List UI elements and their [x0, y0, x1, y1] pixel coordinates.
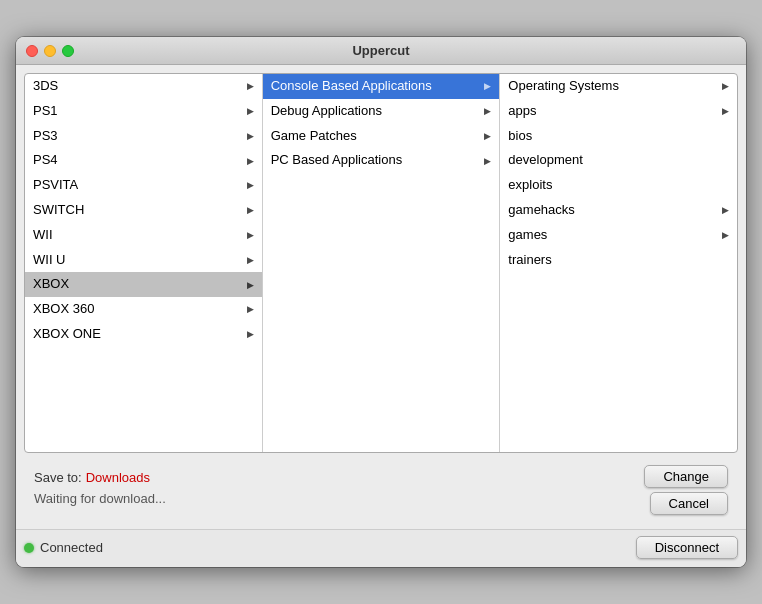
- column-3: Operating Systems▶apps▶biosdevelopmentex…: [500, 74, 737, 452]
- list-item-label: XBOX 360: [33, 299, 94, 320]
- list-item[interactable]: Console Based Applications▶: [263, 74, 500, 99]
- list-item[interactable]: Operating Systems▶: [500, 74, 737, 99]
- chevron-right-icon: ▶: [247, 278, 254, 292]
- list-item-label: exploits: [508, 175, 552, 196]
- save-path-value: Downloads: [86, 470, 166, 485]
- list-item[interactable]: development: [500, 148, 737, 173]
- close-button[interactable]: [26, 45, 38, 57]
- list-item[interactable]: trainers: [500, 248, 737, 273]
- save-row: Save to: Downloads: [34, 470, 166, 485]
- footer-right: Change Cancel: [644, 465, 728, 515]
- maximize-button[interactable]: [62, 45, 74, 57]
- footer-left: Save to: Downloads Waiting for download.…: [34, 470, 166, 510]
- list-item-label: bios: [508, 126, 532, 147]
- list-item-label: trainers: [508, 250, 551, 271]
- cancel-button[interactable]: Cancel: [650, 492, 728, 515]
- status-text: Waiting for download...: [34, 491, 166, 506]
- chevron-right-icon: ▶: [247, 79, 254, 93]
- list-item[interactable]: exploits: [500, 173, 737, 198]
- list-item[interactable]: XBOX ONE▶: [25, 322, 262, 347]
- list-item-label: WII: [33, 225, 53, 246]
- change-button[interactable]: Change: [644, 465, 728, 488]
- list-item[interactable]: Game Patches▶: [263, 124, 500, 149]
- chevron-right-icon: ▶: [484, 79, 491, 93]
- traffic-lights: [26, 45, 74, 57]
- chevron-right-icon: ▶: [247, 104, 254, 118]
- connected-dot: [24, 543, 34, 553]
- connected-label: Connected: [40, 540, 103, 555]
- chevron-right-icon: ▶: [247, 178, 254, 192]
- browser-columns: 3DS▶PS1▶PS3▶PS4▶PSVITA▶SWITCH▶WII▶WII U▶…: [24, 73, 738, 453]
- list-item[interactable]: XBOX 360▶: [25, 297, 262, 322]
- list-item[interactable]: WII U▶: [25, 248, 262, 273]
- chevron-right-icon: ▶: [247, 129, 254, 143]
- list-item[interactable]: gamehacks▶: [500, 198, 737, 223]
- main-window: Uppercut 3DS▶PS1▶PS3▶PS4▶PSVITA▶SWITCH▶W…: [16, 37, 746, 567]
- window-title: Uppercut: [352, 43, 409, 58]
- list-item[interactable]: PSVITA▶: [25, 173, 262, 198]
- list-item[interactable]: XBOX▶: [25, 272, 262, 297]
- chevron-right-icon: ▶: [247, 302, 254, 316]
- list-item-label: development: [508, 150, 582, 171]
- list-item-label: games: [508, 225, 547, 246]
- chevron-right-icon: ▶: [722, 203, 729, 217]
- footer-area: Save to: Downloads Waiting for download.…: [24, 453, 738, 521]
- list-item-label: 3DS: [33, 76, 58, 97]
- list-item-label: SWITCH: [33, 200, 84, 221]
- chevron-right-icon: ▶: [247, 327, 254, 341]
- list-item-label: PC Based Applications: [271, 150, 403, 171]
- browser-content: 3DS▶PS1▶PS3▶PS4▶PSVITA▶SWITCH▶WII▶WII U▶…: [16, 65, 746, 529]
- list-item[interactable]: apps▶: [500, 99, 737, 124]
- chevron-right-icon: ▶: [484, 129, 491, 143]
- chevron-right-icon: ▶: [722, 228, 729, 242]
- list-item[interactable]: SWITCH▶: [25, 198, 262, 223]
- save-to-label: Save to:: [34, 470, 82, 485]
- list-item-label: Console Based Applications: [271, 76, 432, 97]
- list-item-label: Game Patches: [271, 126, 357, 147]
- list-item-label: XBOX: [33, 274, 69, 295]
- list-item-label: Debug Applications: [271, 101, 382, 122]
- list-item-label: XBOX ONE: [33, 324, 101, 345]
- list-item-label: gamehacks: [508, 200, 574, 221]
- disconnect-button[interactable]: Disconnect: [636, 536, 738, 559]
- list-item[interactable]: PS1▶: [25, 99, 262, 124]
- minimize-button[interactable]: [44, 45, 56, 57]
- list-item[interactable]: Debug Applications▶: [263, 99, 500, 124]
- chevron-right-icon: ▶: [484, 104, 491, 118]
- list-item-label: PS1: [33, 101, 58, 122]
- chevron-right-icon: ▶: [247, 228, 254, 242]
- bottom-bar: Connected Disconnect: [16, 529, 746, 567]
- list-item[interactable]: PS4▶: [25, 148, 262, 173]
- chevron-right-icon: ▶: [247, 203, 254, 217]
- list-item-label: PS4: [33, 150, 58, 171]
- list-item[interactable]: PS3▶: [25, 124, 262, 149]
- column-2: Console Based Applications▶Debug Applica…: [263, 74, 501, 452]
- column-1: 3DS▶PS1▶PS3▶PS4▶PSVITA▶SWITCH▶WII▶WII U▶…: [25, 74, 263, 452]
- chevron-right-icon: ▶: [247, 154, 254, 168]
- chevron-right-icon: ▶: [484, 154, 491, 168]
- list-item[interactable]: WII▶: [25, 223, 262, 248]
- list-item-label: WII U: [33, 250, 66, 271]
- chevron-right-icon: ▶: [722, 104, 729, 118]
- list-item[interactable]: 3DS▶: [25, 74, 262, 99]
- list-item-label: PSVITA: [33, 175, 78, 196]
- list-item[interactable]: games▶: [500, 223, 737, 248]
- list-item-label: Operating Systems: [508, 76, 619, 97]
- list-item[interactable]: PC Based Applications▶: [263, 148, 500, 173]
- titlebar: Uppercut: [16, 37, 746, 65]
- chevron-right-icon: ▶: [722, 79, 729, 93]
- list-item[interactable]: bios: [500, 124, 737, 149]
- list-item-label: PS3: [33, 126, 58, 147]
- footer-row: Save to: Downloads Waiting for download.…: [32, 461, 730, 515]
- chevron-right-icon: ▶: [247, 253, 254, 267]
- connection-status: Connected: [24, 540, 103, 555]
- list-item-label: apps: [508, 101, 536, 122]
